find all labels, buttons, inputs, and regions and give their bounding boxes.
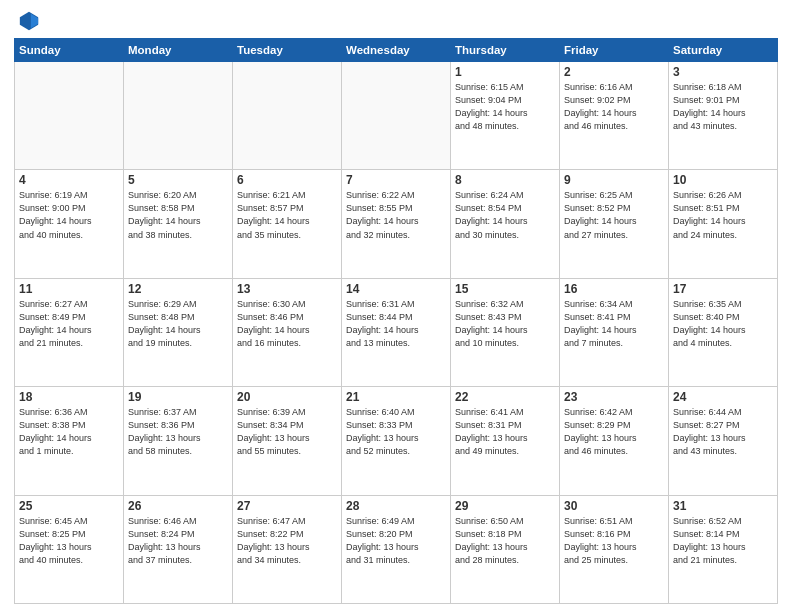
day-number: 17: [673, 282, 773, 296]
day-header-friday: Friday: [560, 39, 669, 62]
day-cell: 28Sunrise: 6:49 AM Sunset: 8:20 PM Dayli…: [342, 495, 451, 603]
day-cell: 20Sunrise: 6:39 AM Sunset: 8:34 PM Dayli…: [233, 387, 342, 495]
day-info: Sunrise: 6:42 AM Sunset: 8:29 PM Dayligh…: [564, 406, 664, 458]
day-info: Sunrise: 6:16 AM Sunset: 9:02 PM Dayligh…: [564, 81, 664, 133]
day-info: Sunrise: 6:20 AM Sunset: 8:58 PM Dayligh…: [128, 189, 228, 241]
day-cell: 13Sunrise: 6:30 AM Sunset: 8:46 PM Dayli…: [233, 278, 342, 386]
day-info: Sunrise: 6:36 AM Sunset: 8:38 PM Dayligh…: [19, 406, 119, 458]
day-number: 11: [19, 282, 119, 296]
day-info: Sunrise: 6:49 AM Sunset: 8:20 PM Dayligh…: [346, 515, 446, 567]
day-info: Sunrise: 6:37 AM Sunset: 8:36 PM Dayligh…: [128, 406, 228, 458]
day-number: 12: [128, 282, 228, 296]
day-number: 7: [346, 173, 446, 187]
day-number: 14: [346, 282, 446, 296]
day-cell: [233, 62, 342, 170]
calendar-table: SundayMondayTuesdayWednesdayThursdayFrid…: [14, 38, 778, 604]
day-info: Sunrise: 6:41 AM Sunset: 8:31 PM Dayligh…: [455, 406, 555, 458]
day-info: Sunrise: 6:40 AM Sunset: 8:33 PM Dayligh…: [346, 406, 446, 458]
day-cell: 3Sunrise: 6:18 AM Sunset: 9:01 PM Daylig…: [669, 62, 778, 170]
week-row-3: 11Sunrise: 6:27 AM Sunset: 8:49 PM Dayli…: [15, 278, 778, 386]
week-row-5: 25Sunrise: 6:45 AM Sunset: 8:25 PM Dayli…: [15, 495, 778, 603]
day-cell: 18Sunrise: 6:36 AM Sunset: 8:38 PM Dayli…: [15, 387, 124, 495]
day-cell: 27Sunrise: 6:47 AM Sunset: 8:22 PM Dayli…: [233, 495, 342, 603]
day-cell: 17Sunrise: 6:35 AM Sunset: 8:40 PM Dayli…: [669, 278, 778, 386]
day-info: Sunrise: 6:22 AM Sunset: 8:55 PM Dayligh…: [346, 189, 446, 241]
day-number: 15: [455, 282, 555, 296]
day-number: 18: [19, 390, 119, 404]
day-info: Sunrise: 6:30 AM Sunset: 8:46 PM Dayligh…: [237, 298, 337, 350]
day-cell: [15, 62, 124, 170]
day-info: Sunrise: 6:19 AM Sunset: 9:00 PM Dayligh…: [19, 189, 119, 241]
day-header-sunday: Sunday: [15, 39, 124, 62]
day-number: 8: [455, 173, 555, 187]
day-header-monday: Monday: [124, 39, 233, 62]
day-number: 19: [128, 390, 228, 404]
day-info: Sunrise: 6:24 AM Sunset: 8:54 PM Dayligh…: [455, 189, 555, 241]
week-row-4: 18Sunrise: 6:36 AM Sunset: 8:38 PM Dayli…: [15, 387, 778, 495]
header: [14, 10, 778, 32]
day-number: 21: [346, 390, 446, 404]
day-number: 20: [237, 390, 337, 404]
day-number: 10: [673, 173, 773, 187]
day-info: Sunrise: 6:45 AM Sunset: 8:25 PM Dayligh…: [19, 515, 119, 567]
day-info: Sunrise: 6:15 AM Sunset: 9:04 PM Dayligh…: [455, 81, 555, 133]
day-info: Sunrise: 6:50 AM Sunset: 8:18 PM Dayligh…: [455, 515, 555, 567]
day-number: 5: [128, 173, 228, 187]
day-info: Sunrise: 6:47 AM Sunset: 8:22 PM Dayligh…: [237, 515, 337, 567]
day-cell: 7Sunrise: 6:22 AM Sunset: 8:55 PM Daylig…: [342, 170, 451, 278]
day-cell: [124, 62, 233, 170]
page: SundayMondayTuesdayWednesdayThursdayFrid…: [0, 0, 792, 612]
day-info: Sunrise: 6:32 AM Sunset: 8:43 PM Dayligh…: [455, 298, 555, 350]
day-number: 27: [237, 499, 337, 513]
day-info: Sunrise: 6:27 AM Sunset: 8:49 PM Dayligh…: [19, 298, 119, 350]
day-number: 28: [346, 499, 446, 513]
day-cell: 31Sunrise: 6:52 AM Sunset: 8:14 PM Dayli…: [669, 495, 778, 603]
day-number: 16: [564, 282, 664, 296]
day-cell: 6Sunrise: 6:21 AM Sunset: 8:57 PM Daylig…: [233, 170, 342, 278]
day-cell: 29Sunrise: 6:50 AM Sunset: 8:18 PM Dayli…: [451, 495, 560, 603]
day-cell: 15Sunrise: 6:32 AM Sunset: 8:43 PM Dayli…: [451, 278, 560, 386]
day-info: Sunrise: 6:26 AM Sunset: 8:51 PM Dayligh…: [673, 189, 773, 241]
day-info: Sunrise: 6:46 AM Sunset: 8:24 PM Dayligh…: [128, 515, 228, 567]
week-row-2: 4Sunrise: 6:19 AM Sunset: 9:00 PM Daylig…: [15, 170, 778, 278]
day-cell: 16Sunrise: 6:34 AM Sunset: 8:41 PM Dayli…: [560, 278, 669, 386]
day-info: Sunrise: 6:39 AM Sunset: 8:34 PM Dayligh…: [237, 406, 337, 458]
day-cell: 21Sunrise: 6:40 AM Sunset: 8:33 PM Dayli…: [342, 387, 451, 495]
day-cell: 30Sunrise: 6:51 AM Sunset: 8:16 PM Dayli…: [560, 495, 669, 603]
day-info: Sunrise: 6:52 AM Sunset: 8:14 PM Dayligh…: [673, 515, 773, 567]
day-cell: 4Sunrise: 6:19 AM Sunset: 9:00 PM Daylig…: [15, 170, 124, 278]
day-cell: 14Sunrise: 6:31 AM Sunset: 8:44 PM Dayli…: [342, 278, 451, 386]
day-cell: 19Sunrise: 6:37 AM Sunset: 8:36 PM Dayli…: [124, 387, 233, 495]
day-info: Sunrise: 6:34 AM Sunset: 8:41 PM Dayligh…: [564, 298, 664, 350]
day-cell: [342, 62, 451, 170]
day-header-saturday: Saturday: [669, 39, 778, 62]
day-info: Sunrise: 6:21 AM Sunset: 8:57 PM Dayligh…: [237, 189, 337, 241]
day-info: Sunrise: 6:35 AM Sunset: 8:40 PM Dayligh…: [673, 298, 773, 350]
day-number: 30: [564, 499, 664, 513]
day-number: 2: [564, 65, 664, 79]
day-cell: 8Sunrise: 6:24 AM Sunset: 8:54 PM Daylig…: [451, 170, 560, 278]
week-row-1: 1Sunrise: 6:15 AM Sunset: 9:04 PM Daylig…: [15, 62, 778, 170]
day-cell: 24Sunrise: 6:44 AM Sunset: 8:27 PM Dayli…: [669, 387, 778, 495]
day-number: 26: [128, 499, 228, 513]
day-cell: 5Sunrise: 6:20 AM Sunset: 8:58 PM Daylig…: [124, 170, 233, 278]
day-cell: 12Sunrise: 6:29 AM Sunset: 8:48 PM Dayli…: [124, 278, 233, 386]
day-header-thursday: Thursday: [451, 39, 560, 62]
day-number: 29: [455, 499, 555, 513]
day-header-tuesday: Tuesday: [233, 39, 342, 62]
day-cell: 23Sunrise: 6:42 AM Sunset: 8:29 PM Dayli…: [560, 387, 669, 495]
day-info: Sunrise: 6:29 AM Sunset: 8:48 PM Dayligh…: [128, 298, 228, 350]
logo: [14, 10, 40, 32]
day-info: Sunrise: 6:18 AM Sunset: 9:01 PM Dayligh…: [673, 81, 773, 133]
day-cell: 1Sunrise: 6:15 AM Sunset: 9:04 PM Daylig…: [451, 62, 560, 170]
day-number: 22: [455, 390, 555, 404]
day-cell: 26Sunrise: 6:46 AM Sunset: 8:24 PM Dayli…: [124, 495, 233, 603]
day-cell: 25Sunrise: 6:45 AM Sunset: 8:25 PM Dayli…: [15, 495, 124, 603]
day-cell: 11Sunrise: 6:27 AM Sunset: 8:49 PM Dayli…: [15, 278, 124, 386]
day-number: 6: [237, 173, 337, 187]
day-cell: 9Sunrise: 6:25 AM Sunset: 8:52 PM Daylig…: [560, 170, 669, 278]
day-number: 23: [564, 390, 664, 404]
day-number: 3: [673, 65, 773, 79]
header-row: SundayMondayTuesdayWednesdayThursdayFrid…: [15, 39, 778, 62]
day-cell: 2Sunrise: 6:16 AM Sunset: 9:02 PM Daylig…: [560, 62, 669, 170]
